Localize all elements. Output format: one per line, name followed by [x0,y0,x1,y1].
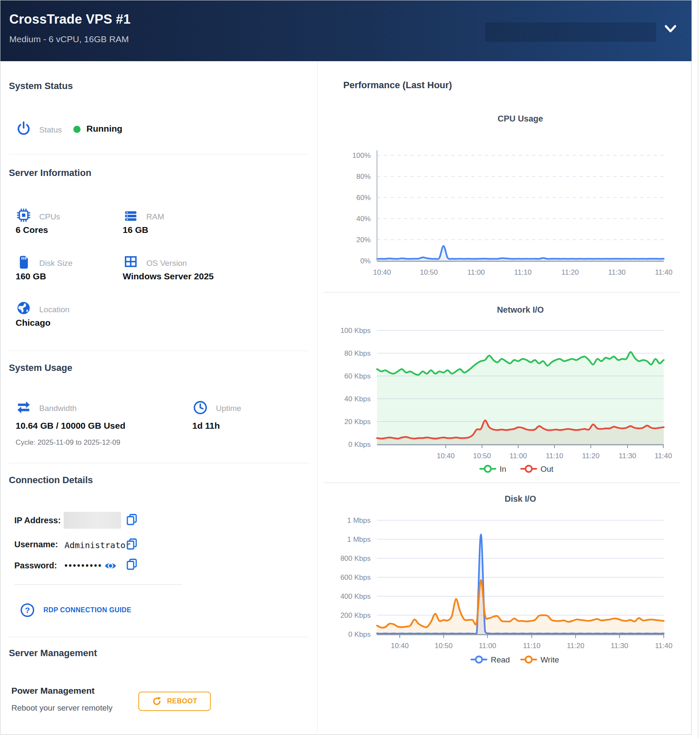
x-axis-label: 11:00 [467,268,485,276]
page-subtitle: Medium - 6 vCPU, 16GB RAM [9,34,129,44]
divider [9,463,309,463]
scrollbar-track[interactable] [698,0,698,738]
x-axis-label: 10:40 [437,452,455,460]
copy-icon [125,537,139,551]
location-label: Location [39,305,70,314]
ip-address-label: IP Address: [14,516,61,525]
disk-size-label: Disk Size [39,259,73,268]
status-label: Status [39,125,62,135]
cpus-label: CPUs [39,212,60,222]
x-axis-label: 10:40 [373,268,391,276]
ram-icon [123,208,139,224]
reboot-button[interactable]: REBOOT [138,692,211,711]
y-axis-label: 0 Kbps [348,630,371,638]
show-password-button[interactable] [103,559,117,573]
y-axis-label: 20% [356,236,371,244]
series-line-cpu [377,246,664,259]
x-axis-label: 11:30 [608,268,625,276]
disk-icon [16,254,32,270]
ram-label: RAM [146,212,164,222]
y-axis-label: 0% [360,257,371,265]
status-value: Running [86,124,122,134]
legend-label: Write [541,655,559,664]
x-axis-label: 11:30 [619,452,636,460]
chart-title: CPU Usage [498,114,543,123]
y-axis-label: 40 Kbps [345,395,371,403]
copy-username-button[interactable] [125,537,139,551]
divider [9,351,309,351]
y-axis-label: 1 Mbps [347,535,371,543]
y-axis-label: 60 Kbps [345,372,371,380]
y-axis-label: 0 Kbps [348,441,371,449]
x-axis-label: 11:40 [655,642,672,650]
x-axis-label: 10:50 [435,642,453,650]
legend-marker [525,657,532,663]
x-axis-label: 11:00 [479,642,496,650]
bandwidth-label: Bandwidth [39,404,77,413]
y-axis-label: 400 Kbps [340,592,371,600]
reboot-label: REBOOT [167,697,197,705]
bandwidth-value: 10.64 GB / 10000 GB Used [16,421,125,431]
copy-password-button[interactable] [125,557,139,572]
divider [14,584,182,585]
copy-icon [125,557,139,572]
system-status-heading: System Status [9,81,73,92]
y-axis-label: 60% [356,194,371,202]
y-axis-label: 80% [356,173,371,181]
chart-title: Disk I/O [505,494,536,503]
x-axis-label: 11:40 [655,268,672,276]
y-axis-label: 100 Kbps [340,327,371,335]
page-title: CrossTrade VPS #1 [9,12,131,27]
location-value: Chicago [16,318,51,328]
clock-icon [192,400,208,416]
legend-marker [476,657,482,663]
x-axis-label: 10:50 [473,452,491,460]
y-axis-label: 80 Kbps [345,349,371,357]
y-axis-label: 200 Kbps [340,611,371,619]
x-axis-label: 11:20 [561,268,579,276]
y-axis-label: 600 Kbps [340,573,371,581]
globe-icon [16,300,32,316]
reboot-icon [152,696,162,706]
ip-address-redacted [64,512,121,529]
svg-text:?: ? [25,606,30,615]
y-axis-label: 40% [356,215,371,223]
legend-marker [525,466,532,472]
copy-icon [125,513,139,527]
x-axis-label: 11:40 [654,452,672,460]
password-label: Password: [14,561,57,570]
bandwidth-icon [16,400,32,416]
server-management-heading: Server Management [9,648,97,659]
y-axis-label: 20 Kbps [345,418,371,426]
cpu-icon [16,207,32,223]
x-axis-label: 11:20 [567,642,584,650]
ram-value: 16 GB [123,225,148,235]
y-axis-label: 800 Kbps [340,554,371,562]
legend-label: Out [541,465,554,473]
system-usage-heading: System Usage [9,362,72,373]
series-line-write [377,580,664,628]
copy-ip-button[interactable] [125,513,139,527]
uptime-label: Uptime [216,404,241,413]
vps-panel: CrossTrade VPS #1 Medium - 6 vCPU, 16GB … [0,0,692,735]
eye-icon [103,559,118,573]
legend-label: Read [491,655,510,664]
divider [9,154,309,154]
cpus-value: 6 Cores [16,225,48,235]
series-fill-write [377,580,664,634]
x-axis-label: 10:40 [391,642,409,650]
x-axis-label: 10:50 [420,268,438,276]
power-icon [16,120,32,136]
x-axis-label: 11:30 [611,642,628,650]
y-axis-label: 100% [353,151,371,159]
username-label: Username: [14,540,58,549]
x-axis-label: 11:10 [514,268,531,276]
chevron-down-icon[interactable] [664,24,677,34]
legend-marker [485,466,491,472]
x-axis-label: 11:00 [509,452,527,460]
uptime-value: 1d 11h [192,421,220,431]
rdp-connection-guide-link[interactable]: RDP CONNECTION GUIDE [43,606,132,614]
header-shade [485,22,656,42]
disk-size-value: 160 GB [16,271,46,281]
x-axis-label: 11:10 [523,642,540,650]
